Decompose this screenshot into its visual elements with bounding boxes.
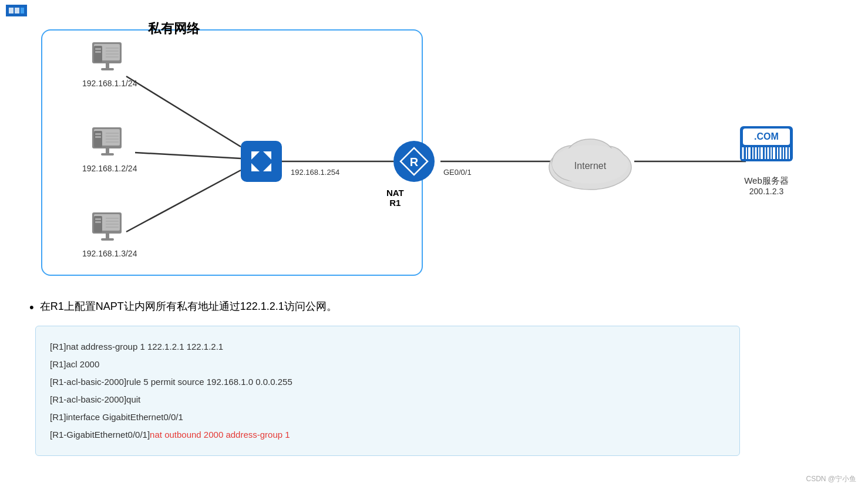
svg-rect-16 (95, 51, 101, 53)
code-line-1: [R1]nat address-group 1 122.1.2.1 122.1.… (50, 338, 725, 356)
pc1-icon (89, 41, 130, 76)
web-server-label: Web服务器 (744, 175, 789, 187)
svg-rect-38 (95, 221, 101, 223)
switch-arrows-icon (247, 147, 276, 176)
svg-text:.COM: .COM (754, 131, 779, 141)
pc2-ip-label: 192.168.1.2/24 (82, 164, 137, 173)
bullet-dot: • (29, 299, 34, 316)
computer-pc3: 192.168.1.3/24 (82, 211, 137, 258)
network-diagram: 私有网络 192.168.1.1/24 (23, 18, 846, 288)
router-icon: R (393, 141, 435, 182)
pc3-ip-label: 192.168.1.3/24 (82, 249, 137, 258)
private-network-label: 私有网络 (148, 20, 200, 38)
router-left-ip-label: 192.168.1.254 (291, 168, 339, 177)
svg-text:Internet: Internet (574, 161, 607, 171)
pc3-icon (89, 211, 130, 246)
svg-rect-35 (101, 238, 114, 241)
pc2-icon (89, 126, 130, 161)
computer-pc2: 192.168.1.2/24 (82, 126, 137, 173)
code-line-5: [R1]interface GigabitEthernet0/0/1 (50, 408, 725, 426)
cloud-icon: Internet (540, 123, 640, 194)
svg-rect-23 (106, 148, 109, 153)
svg-text:R: R (410, 156, 419, 168)
svg-marker-45 (263, 151, 271, 160)
code-highlight: nat outbound 2000 address-group 1 (150, 430, 290, 440)
web-server-icon: .COM Web服务器 200.1.2.3 (740, 126, 793, 196)
svg-rect-24 (101, 153, 114, 156)
router-r-icon: R (399, 147, 429, 176)
computer-pc1: 192.168.1.1/24 (82, 41, 137, 88)
code-prefix: [R1-GigabitEthernet0/0/1] (50, 430, 150, 440)
svg-marker-46 (251, 163, 260, 171)
code-line-4: [R1-acl-basic-2000]quit (50, 391, 725, 408)
svg-rect-1 (9, 8, 14, 13)
svg-rect-3 (21, 8, 24, 13)
svg-rect-26 (95, 133, 101, 135)
pc1-ip-label: 192.168.1.1/24 (82, 79, 137, 88)
router-right-ip-label: GE0/0/1 (443, 168, 472, 177)
switch-icon (241, 141, 282, 182)
nat-label: NAT R1 (386, 188, 404, 208)
bullet-section: • 在R1上配置NAPT让内网所有私有地址通过122.1.2.1访问公网。 [R… (23, 299, 845, 456)
web-server-svg: .COM (740, 126, 793, 173)
code-block: [R1]nat address-group 1 122.1.2.1 122.1.… (35, 326, 740, 456)
code-line-2: [R1]acl 2000 (50, 356, 725, 373)
svg-rect-15 (95, 48, 101, 50)
code-line-6: [R1-GigabitEthernet0/0/1]nat outbound 20… (50, 426, 725, 444)
bullet-text: • 在R1上配置NAPT让内网所有私有地址通过122.1.2.1访问公网。 (29, 299, 845, 316)
svg-rect-2 (15, 8, 19, 13)
svg-rect-37 (95, 218, 101, 220)
code-line-3: [R1-acl-basic-2000]rule 5 permit source … (50, 373, 725, 391)
watermark: CSDN @宁小鱼 (806, 474, 856, 484)
top-logo (6, 5, 27, 16)
internet-cloud: Internet (540, 123, 640, 196)
bullet-content: 在R1上配置NAPT让内网所有私有地址通过122.1.2.1访问公网。 (40, 299, 337, 313)
svg-rect-12 (106, 63, 109, 68)
svg-rect-13 (101, 68, 114, 70)
web-server-ip-label: 200.1.2.3 (749, 187, 783, 196)
svg-rect-34 (106, 234, 109, 238)
svg-rect-27 (95, 136, 101, 138)
svg-marker-43 (251, 151, 260, 160)
svg-marker-44 (263, 163, 271, 171)
